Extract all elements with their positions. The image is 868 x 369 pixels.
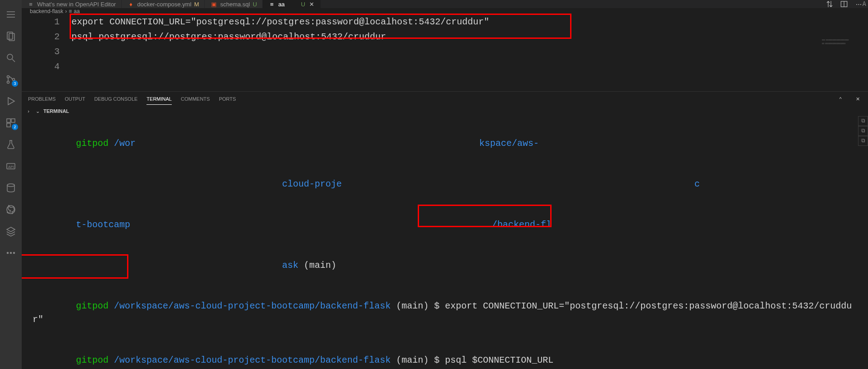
term-branch: (main) (391, 355, 434, 365)
close-panel-icon[interactable]: ✕ (854, 95, 862, 103)
database-icon[interactable] (0, 177, 22, 199)
term-path: ask (282, 260, 298, 271)
gutter: 1 2 3 4 (22, 14, 71, 91)
run-debug-icon[interactable] (0, 90, 22, 112)
term-dollar: $ (434, 355, 445, 365)
extensions-icon[interactable]: 2 (0, 112, 22, 134)
breadcrumb-folder: backend-flask (30, 8, 63, 14)
lines-icon: ≡ (268, 0, 275, 8)
main-column: ≡ What's new in OpenAPI Editor ♦ docker-… (22, 0, 868, 369)
line-number: 2 (22, 29, 60, 44)
term-branch: (main) (391, 301, 434, 311)
svg-rect-8 (7, 123, 10, 127)
term-cmd: psql $CONNECTION_URL (445, 355, 553, 365)
line-number: 4 (22, 59, 60, 74)
tab-bar: ≡ What's new in OpenAPI Editor ♦ docker-… (22, 0, 868, 8)
code-line: psql postgresql://postgres:password@loca… (71, 29, 868, 44)
svg-point-2 (7, 54, 13, 60)
term-path: kspace/aws- (479, 138, 539, 149)
term-path: c (694, 179, 700, 189)
term-path: /workspace/aws-cloud-project-bootcamp/ba… (108, 355, 391, 365)
tab-aa[interactable]: ≡ aa U ✕ (263, 0, 321, 8)
menu-icon[interactable] (0, 4, 22, 25)
more-icon[interactable] (0, 242, 22, 264)
lines-icon: ≡ (69, 8, 72, 14)
code-line: export CONNECTION_URL="postgresql://post… (71, 14, 868, 29)
terminal-line: gitpod /workspace/aws- (33, 123, 857, 164)
breadcrumb[interactable]: backend-flask › ≡ aa (22, 8, 868, 14)
more-actions-icon[interactable]: ⋯ (854, 0, 863, 8)
terminal-letter: A (863, 0, 866, 7)
terminal-line: ask (main) (33, 245, 857, 286)
term-user: gitpod (76, 138, 108, 149)
term-path: /workspace/aws-cloud-project-bootcamp/ba… (108, 301, 391, 311)
layers-icon[interactable] (0, 220, 22, 242)
tab-label: docker-compose.yml (137, 1, 191, 8)
search-icon[interactable] (0, 47, 22, 69)
beaker-icon[interactable] (0, 134, 22, 155)
svg-point-3 (7, 76, 9, 78)
panel-tab-output[interactable]: OUTPUT (65, 93, 85, 104)
terminal-header[interactable]: › ⌄ TERMINAL A (22, 106, 868, 116)
term-path: /backend-fl (492, 220, 552, 230)
docker-icon: ♦ (127, 0, 134, 8)
term-path: /wor (108, 138, 136, 149)
ext-badge: 2 (12, 124, 18, 130)
term-path: cloud-proje (282, 179, 342, 189)
svg-point-15 (14, 252, 15, 254)
tab-openapi[interactable]: ≡ What's new in OpenAPI Editor (22, 0, 122, 8)
terminal-instance-icon[interactable]: ⧉ (858, 136, 868, 146)
terminal-side-stack: ⧉ ⧉ ⧉ (858, 116, 868, 146)
tab-actions: ⋯ (826, 0, 868, 8)
editor[interactable]: 1 2 3 4 export CONNECTION_URL="postgresq… (22, 14, 868, 91)
explorer-icon[interactable] (0, 25, 22, 47)
tab-label: aa (278, 1, 284, 8)
tab-docker-compose[interactable]: ♦ docker-compose.yml M (122, 0, 205, 8)
line-number: 3 (22, 44, 60, 59)
code-area[interactable]: export CONNECTION_URL="postgresql://post… (71, 14, 868, 91)
panel: PROBLEMS OUTPUT DEBUG CONSOLE TERMINAL C… (22, 91, 868, 369)
github-icon[interactable] (0, 199, 22, 220)
term-dollar: $ (434, 301, 445, 311)
activity-bar: 3 2 API (0, 0, 22, 369)
modified-indicator: M (194, 1, 199, 8)
minimap[interactable]: ████ ███████████████████████████████ ███… (822, 39, 863, 57)
api-icon[interactable]: API (0, 155, 22, 177)
source-control-icon[interactable]: 3 (0, 69, 22, 90)
untracked-indicator: U (253, 1, 257, 8)
panel-tab-debug[interactable]: DEBUG CONSOLE (94, 93, 137, 104)
panel-tab-terminal[interactable]: TERMINAL (146, 93, 172, 105)
term-branch: (main) (298, 260, 342, 271)
lines-icon: ≡ (27, 0, 34, 8)
compare-icon[interactable] (826, 0, 834, 8)
terminal-line: gitpod /workspace/aws-cloud-project-boot… (33, 340, 857, 369)
chevron-right-icon: › (25, 108, 32, 114)
panel-tab-comments[interactable]: COMMENTS (181, 93, 210, 104)
maximize-panel-icon[interactable]: ^ (836, 95, 844, 103)
chevron-down-icon: ⌄ (34, 108, 41, 114)
terminal-line: gitpod /workspace/aws-cloud-project-boot… (33, 286, 857, 340)
tab-label: schema.sql (220, 1, 250, 8)
svg-text:API: API (8, 165, 14, 169)
svg-point-13 (7, 252, 9, 254)
db-icon: ▣ (210, 0, 217, 8)
breadcrumb-file: aa (74, 8, 80, 14)
svg-point-14 (10, 252, 12, 254)
line-number: 1 (22, 14, 60, 29)
term-user: gitpod (76, 355, 108, 365)
untracked-indicator: U (301, 1, 305, 8)
tab-schema-sql[interactable]: ▣ schema.sql U (205, 0, 263, 8)
terminal-line: cloud-projec (33, 164, 857, 205)
panel-tab-problems[interactable]: PROBLEMS (28, 93, 56, 104)
panel-tabs: PROBLEMS OUTPUT DEBUG CONSOLE TERMINAL C… (22, 92, 868, 106)
svg-point-4 (7, 81, 9, 84)
svg-rect-7 (11, 119, 15, 122)
scm-badge: 3 (12, 80, 18, 87)
panel-tab-ports[interactable]: PORTS (219, 93, 236, 104)
term-user: gitpod (76, 301, 108, 311)
close-icon[interactable]: ✕ (308, 0, 315, 8)
svg-rect-6 (7, 119, 10, 122)
split-editor-icon[interactable] (840, 0, 848, 8)
terminal-title: TERMINAL (43, 108, 69, 114)
terminal-body[interactable]: ⧉ ⧉ ⧉ gitpod /workspace/aws- cloud-proje… (22, 116, 868, 369)
